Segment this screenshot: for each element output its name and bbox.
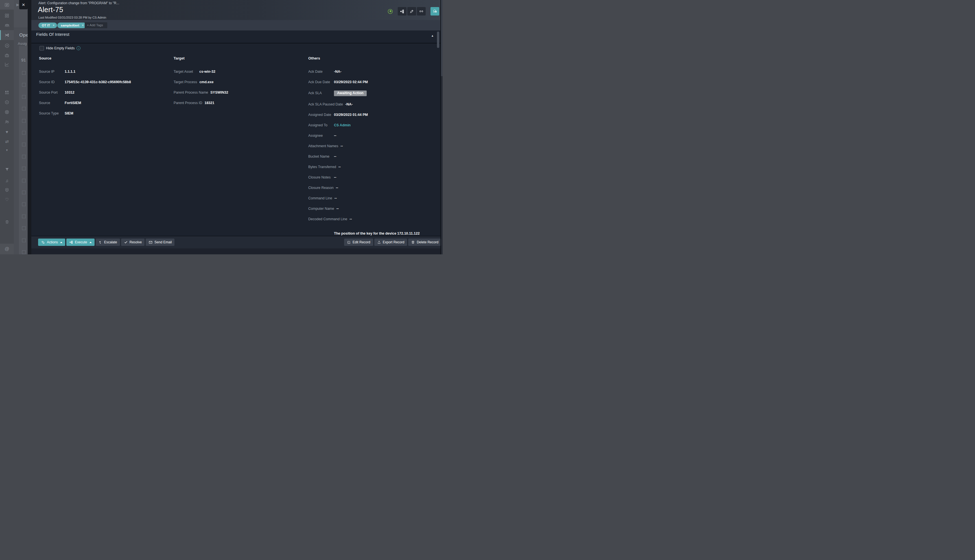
swap-arrows-icon[interactable]: ⇄ [0, 139, 14, 144]
row-checkbox [22, 179, 26, 182]
action-buttons-right: Edit Record Export Record Delete Record [344, 238, 441, 246]
edit-pencil-icon [410, 9, 414, 13]
field-row: Attachment Names-- [308, 144, 436, 148]
workflow-tree-icon [400, 9, 405, 14]
field-row: Assigned ToCS Admin [308, 123, 436, 127]
lightning-bolt-icon[interactable] [0, 43, 14, 48]
field-row: Bytes Transferred-- [308, 165, 436, 169]
actions-dropdown-button[interactable]: Actions [38, 238, 65, 246]
row-checkbox [22, 71, 26, 75]
modal-bottom-strip [31, 248, 441, 254]
row-checkbox [22, 83, 26, 87]
info-icon[interactable]: i [77, 46, 80, 50]
remove-tag-icon[interactable]: × [52, 24, 55, 27]
tag-pill[interactable]: sampleAlert × [57, 23, 86, 28]
filter-funnel-icon[interactable] [0, 167, 14, 172]
field-row: Parent Process ID18321 [174, 101, 295, 105]
delete-record-button[interactable]: Delete Record [408, 238, 441, 246]
column-header: Others [308, 57, 436, 60]
send-email-button[interactable]: Send Email [145, 238, 174, 246]
background-page-title: Ope [19, 32, 28, 38]
field-row: Target Processcmd.exe [174, 80, 295, 84]
background-count-column [19, 46, 27, 254]
widgets-icon[interactable] [0, 90, 14, 95]
heart-outline-icon[interactable]: ♡ [0, 197, 14, 202]
field-row: Ack SLAAwaiting Action [308, 90, 436, 96]
section-title-fields-of-interest: Fields Of Interest [36, 32, 69, 37]
column-header: Source [39, 57, 169, 60]
row-checkbox [22, 107, 26, 110]
heart-filled-icon[interactable]: ♥ [0, 130, 14, 134]
check-icon [124, 240, 128, 244]
collapse-caret-icon[interactable]: ▲ [431, 34, 434, 37]
record-count: 91 [21, 58, 26, 62]
sync-settings-icon[interactable] [0, 3, 14, 7]
caret-up-icon [89, 242, 92, 243]
team-group-icon[interactable] [0, 23, 14, 28]
dashboard-grid-icon[interactable] [0, 13, 14, 18]
field-row-description: DescriptionThe position of the key for t… [308, 232, 436, 236]
field-row: Source ID1754f15c-4139-431c-b382-c95690f… [39, 80, 169, 84]
workflow-button[interactable] [398, 7, 406, 15]
modal-drop-shadow [28, 0, 31, 254]
field-row: Assignee-- [308, 134, 436, 138]
triangle-down-icon[interactable]: ▼ [0, 148, 14, 153]
line-chart-icon[interactable] [0, 62, 14, 67]
edit-button[interactable] [407, 7, 416, 15]
close-button[interactable]: × [19, 0, 28, 9]
row-checkbox [22, 143, 26, 146]
fortisoar-alert-detail-screen: ♥ ⇄ ▼ ♫ ♡ @ ▶ Ope Assig 91 [0, 0, 443, 254]
field-row: Source IP1.1.1.1 [39, 70, 169, 74]
caret-up-icon [60, 242, 62, 243]
field-row: Parent Process NameSYSWIN32 [174, 90, 295, 95]
alert-detail-modal: Alert: Configuration change from "PROGRA… [31, 0, 441, 254]
at-mention-icon[interactable]: @ [0, 247, 14, 251]
edit-record-icon [347, 240, 351, 244]
copy-link-icon [419, 9, 424, 14]
row-checkbox [22, 250, 26, 254]
two-people-icon[interactable] [0, 120, 14, 124]
add-tags-input[interactable]: + Add Tags [85, 22, 107, 28]
shuffle-routing-icon[interactable] [0, 33, 14, 38]
briefcase-icon[interactable] [0, 53, 14, 58]
music-note-icon[interactable]: ♫ [0, 178, 14, 183]
comments-chat-icon [432, 9, 438, 14]
field-row: SourceFortiSIEM [39, 101, 169, 105]
row-checkbox [22, 191, 26, 194]
edit-record-button[interactable]: Edit Record [344, 238, 373, 246]
field-row: Source Port10312 [39, 90, 169, 95]
recycle-trash-icon[interactable] [0, 220, 14, 224]
resolve-button[interactable]: Resolve [121, 238, 144, 246]
record-action-bar: Actions Execute Escalate Resolve [31, 236, 441, 248]
copy-link-button[interactable] [417, 7, 426, 15]
field-row: Ack Due Date03/29/2023 02:44 PM [308, 80, 436, 84]
execute-dropdown-button[interactable]: Execute [66, 238, 94, 246]
column-target: Target Target Assetcs-win-32 Target Proc… [174, 57, 295, 105]
tag-pill[interactable]: OT IT × [38, 23, 57, 28]
field-row: Closure Reason-- [308, 186, 436, 190]
comments-button[interactable] [430, 7, 439, 15]
hide-empty-fields-checkbox[interactable] [40, 46, 44, 50]
cube-hexagon-icon[interactable] [0, 100, 14, 105]
column-others: Others Ack Date-NA- Ack Due Date03/29/20… [308, 57, 436, 236]
field-row: Target Assetcs-win-32 [174, 70, 295, 74]
field-row: Closure Notes-- [308, 175, 436, 180]
trash-icon [411, 240, 415, 244]
row-checkbox [22, 95, 26, 99]
close-icon: × [22, 2, 25, 7]
vertical-scrollbar-thumb[interactable] [437, 32, 439, 48]
escalate-button[interactable]: Escalate [96, 238, 120, 246]
remove-tag-icon[interactable]: × [82, 24, 84, 27]
assigned-to-link[interactable]: CS Admin [334, 123, 351, 127]
export-record-button[interactable]: Export Record [374, 238, 407, 246]
row-checkbox [22, 155, 26, 158]
row-checkbox [22, 202, 26, 206]
life-ring-icon[interactable] [0, 110, 14, 115]
field-row: Computer Name-- [308, 207, 436, 211]
field-row: Bucket Name-- [308, 155, 436, 159]
modal-header: Alert: Configuration change from "PROGRA… [31, 0, 441, 20]
row-checkbox [22, 131, 26, 135]
shield-bug-icon[interactable] [0, 188, 14, 192]
column-source: Source Source IP1.1.1.1 Source ID1754f15… [39, 57, 169, 116]
background-page-subtitle: Assig [18, 42, 27, 46]
